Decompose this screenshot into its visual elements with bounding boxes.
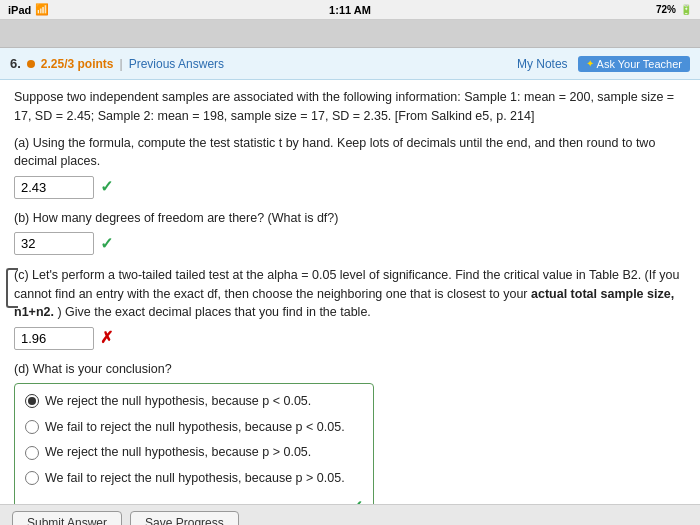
- status-right: 72% 🔋: [656, 4, 692, 15]
- radio-circle-0[interactable]: [25, 394, 39, 408]
- ask-teacher-label: Ask Your Teacher: [597, 58, 682, 70]
- part-b: (b) How many degrees of freedom are ther…: [14, 209, 686, 256]
- battery-icon: 🔋: [680, 4, 692, 15]
- part-c-input[interactable]: [14, 327, 94, 350]
- radio-option-2[interactable]: We reject the null hypothesis, because p…: [25, 443, 363, 462]
- q6-number: 6.: [10, 56, 21, 71]
- top-toolbar: [0, 20, 700, 48]
- radio-circle-2[interactable]: [25, 446, 39, 460]
- status-left: iPad 📶: [8, 3, 49, 16]
- save-progress-button[interactable]: Save Progress: [130, 511, 239, 525]
- ipad-label: iPad: [8, 4, 31, 16]
- part-d-check: ✓: [350, 495, 363, 504]
- bracket-mark: [6, 268, 18, 308]
- part-a: (a) Using the formula, compute the test …: [14, 134, 686, 200]
- prev-answers-link[interactable]: Previous Answers: [129, 57, 224, 71]
- main-content: 6. 2.25/3 points | Previous Answers My N…: [0, 48, 700, 504]
- radio-label-0: We reject the null hypothesis, because p…: [45, 392, 311, 411]
- part-c-input-row: ✗: [14, 326, 686, 350]
- part-d: (d) What is your conclusion? We reject t…: [14, 360, 686, 504]
- radio-option-3[interactable]: We fail to reject the null hypothesis, b…: [25, 469, 363, 488]
- q6-points: 2.25/3 points: [41, 57, 114, 71]
- time-display: 1:11 AM: [329, 4, 371, 16]
- radio-option-1[interactable]: We fail to reject the null hypothesis, b…: [25, 418, 363, 437]
- wifi-icon: 📶: [35, 3, 49, 16]
- part-a-input-row: ✓: [14, 175, 686, 199]
- submit-answer-button[interactable]: Submit Answer: [12, 511, 122, 525]
- radio-circle-1[interactable]: [25, 420, 39, 434]
- ask-teacher-button[interactable]: ✦ Ask Your Teacher: [578, 56, 690, 72]
- my-notes-link[interactable]: My Notes: [517, 57, 568, 71]
- question-body: Suppose two independent samples are asso…: [0, 80, 700, 504]
- part-c-check: ✗: [100, 326, 113, 350]
- radio-label-1: We fail to reject the null hypothesis, b…: [45, 418, 345, 437]
- q6-header-right: My Notes ✦ Ask Your Teacher: [517, 56, 690, 72]
- part-a-check: ✓: [100, 175, 113, 199]
- action-bar: Submit Answer Save Progress: [0, 504, 700, 525]
- part-a-input[interactable]: [14, 176, 94, 199]
- star-icon: ✦: [586, 58, 594, 69]
- radio-options-box: We reject the null hypothesis, because p…: [14, 383, 374, 504]
- part-b-input[interactable]: [14, 232, 94, 255]
- radio-label-2: We reject the null hypothesis, because p…: [45, 443, 311, 462]
- orange-dot: [27, 60, 35, 68]
- part-c-label: (c) Let's perform a two-tailed tailed te…: [14, 266, 686, 322]
- part-b-input-row: ✓: [14, 232, 686, 256]
- part-a-label: (a) Using the formula, compute the test …: [14, 134, 686, 172]
- part-b-label: (b) How many degrees of freedom are ther…: [14, 209, 686, 228]
- part-d-label: (d) What is your conclusion?: [14, 360, 686, 379]
- q6-header-left: 6. 2.25/3 points | Previous Answers: [10, 56, 224, 71]
- radio-option-0[interactable]: We reject the null hypothesis, because p…: [25, 392, 363, 411]
- radio-circle-3[interactable]: [25, 471, 39, 485]
- part-c-suffix: ) Give the exact decimal places that you…: [57, 305, 370, 319]
- part-d-check-row: ✓: [25, 495, 363, 504]
- radio-label-3: We fail to reject the null hypothesis, b…: [45, 469, 345, 488]
- separator: |: [120, 57, 123, 71]
- question-6-header: 6. 2.25/3 points | Previous Answers My N…: [0, 48, 700, 80]
- question-main-text: Suppose two independent samples are asso…: [14, 88, 686, 126]
- part-b-check: ✓: [100, 232, 113, 256]
- status-bar: iPad 📶 1:11 AM 72% 🔋: [0, 0, 700, 20]
- part-c: (c) Let's perform a two-tailed tailed te…: [14, 266, 686, 350]
- battery-percent: 72%: [656, 4, 676, 15]
